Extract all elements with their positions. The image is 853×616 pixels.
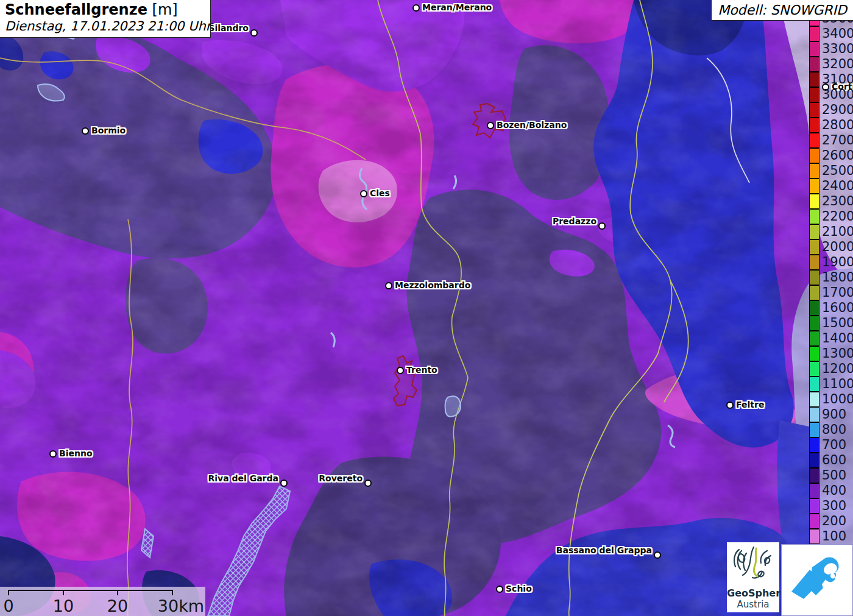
city-label: Bassano del Grappa: [556, 545, 652, 555]
legend-value-label: 1100: [819, 377, 853, 392]
legend-swatch: [809, 422, 819, 437]
legend-entry: 1800: [809, 270, 853, 285]
city-dot: [49, 450, 57, 458]
city-dot: [496, 586, 503, 593]
city-label: Bormio: [91, 126, 126, 135]
city-label: /Silandro: [205, 23, 249, 33]
scalebar-label: 10: [53, 597, 74, 615]
city-label: Cles: [370, 188, 390, 198]
legend-entry: 3100: [809, 72, 853, 87]
legend-value-label: 700: [819, 437, 846, 453]
model-label: Modell: SNOWGRID: [718, 2, 847, 18]
legend-entry: 1900: [809, 255, 853, 270]
city-dot: [360, 190, 367, 197]
legend-swatch: [809, 41, 819, 57]
legend-value-label: 2900: [819, 102, 853, 118]
legend-value-label: 100: [819, 529, 846, 544]
legend-value-label: 1700: [819, 285, 853, 300]
legend-value-label: 3200: [819, 57, 853, 72]
legend-value-label: 900: [819, 407, 846, 422]
legend-entry: 2900: [809, 102, 853, 118]
legend-value-label: 300: [819, 498, 846, 514]
map-title: Schneefallgrenze [m]: [5, 1, 210, 18]
legend-swatch: [809, 514, 819, 529]
legend-value-label: 2100: [819, 224, 853, 239]
city-label: Rovereto: [319, 473, 363, 483]
legend-entry: 700: [809, 437, 853, 453]
legend-entry: 1400: [809, 331, 853, 346]
legend-value-label: 1300: [819, 346, 853, 361]
mountain-logo-icon: [787, 553, 848, 607]
legend-value-label: 1200: [819, 361, 853, 377]
legend-swatch: [809, 224, 819, 239]
legend-value-label: 500: [819, 468, 846, 483]
legend-entry: 3400: [809, 26, 853, 41]
model-box: Modell: SNOWGRID: [711, 0, 853, 21]
legend-value-label: 1000: [819, 392, 853, 407]
city-dot: [82, 127, 89, 135]
legend-entry: 3200: [809, 57, 853, 72]
city-label: Mezzolombardo: [395, 280, 470, 290]
legend-swatch: [809, 361, 819, 377]
city-dot: [654, 551, 661, 559]
legend-swatch: [809, 407, 819, 422]
legend-swatch: [809, 300, 819, 316]
legend-entry: 1200: [809, 361, 853, 377]
legend-entry: 2000: [809, 239, 853, 255]
legend-entry: 800: [809, 422, 853, 437]
title-unit: [m]: [152, 1, 178, 18]
legend-value-label: 3000: [819, 87, 853, 102]
legend-entry: 2600: [809, 148, 853, 163]
legend-entry: 3000: [809, 87, 853, 102]
legend-value-label: 1600: [819, 300, 853, 316]
city-dot: [598, 222, 606, 230]
legend-entry: 2400: [809, 179, 853, 194]
legend-value-label: 400: [819, 483, 846, 498]
city-dot: [280, 480, 288, 487]
legend-entry: 2800: [809, 118, 853, 133]
legend-entry: 600: [809, 453, 853, 468]
city-label: Schio: [506, 584, 532, 593]
legend-swatch: [809, 57, 819, 72]
legend-swatch: [809, 483, 819, 498]
city-dot: [397, 367, 404, 374]
legend-entry: 2300: [809, 194, 853, 209]
legend-value-label: 1900: [819, 255, 853, 270]
legend-entry: 200: [809, 514, 853, 529]
legend-swatch: [809, 498, 819, 514]
legend-value-label: 2400: [819, 179, 853, 194]
legend-swatch: [809, 239, 819, 255]
scalebar-label: 30km: [158, 597, 204, 615]
legend-entry: 900: [809, 407, 853, 422]
legend-entry: 1300: [809, 346, 853, 361]
legend-entry: 2200: [809, 209, 853, 224]
city-dot: [412, 4, 420, 12]
legend-swatch: [809, 194, 819, 209]
legend-entry: 1700: [809, 285, 853, 300]
legend-swatch: [809, 26, 819, 41]
city-label: Meran/Merano: [422, 2, 492, 12]
geosphere-logo-icon: [727, 542, 779, 586]
legend-value-label: 200: [819, 514, 846, 529]
city-dot: [487, 122, 494, 129]
map-canvas: [0, 0, 853, 616]
legend-entry: 1600: [809, 300, 853, 316]
city-label: Bienno: [59, 448, 93, 458]
legend-swatch: [809, 468, 819, 483]
scalebar: 0102030km: [0, 587, 205, 616]
legend-swatch: [809, 118, 819, 133]
legend-swatch: [809, 346, 819, 361]
legend-value-label: 2600: [819, 148, 853, 163]
legend-swatch: [809, 437, 819, 453]
city-label: Riva del Garda: [208, 473, 278, 483]
legend-swatch: [809, 331, 819, 346]
legend-swatch: [809, 270, 819, 285]
legend-swatch: [809, 377, 819, 392]
legend-value-label: 2200: [819, 209, 853, 224]
legend-value-label: 800: [819, 422, 846, 437]
legend-value-label: 3100: [819, 72, 853, 87]
legend-swatch: [809, 102, 819, 118]
geosphere-logo-box: GeoSphere Austria: [727, 542, 779, 612]
legend-swatch: [809, 529, 819, 544]
legend-swatch: [809, 255, 819, 270]
